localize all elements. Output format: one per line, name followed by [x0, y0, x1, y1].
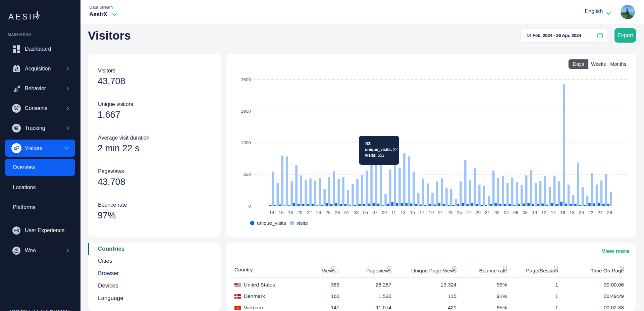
svg-text:26: 26: [325, 210, 330, 215]
svg-text:1950: 1950: [241, 109, 251, 114]
svg-text:13: 13: [400, 210, 406, 215]
svg-text:04: 04: [504, 210, 509, 215]
svg-text:20: 20: [579, 210, 584, 215]
svg-text:24: 24: [316, 210, 321, 215]
svg-text:18: 18: [288, 210, 293, 215]
svg-text:unique_visits: unique_visits: [257, 220, 286, 226]
svg-text:24: 24: [598, 210, 603, 215]
svg-text:1300: 1300: [241, 140, 251, 145]
svg-text:visits: 553: visits: 553: [365, 153, 384, 158]
svg-text:14: 14: [269, 210, 274, 215]
svg-text:22: 22: [588, 210, 593, 215]
svg-text:26: 26: [607, 210, 612, 215]
svg-text:15: 15: [410, 210, 415, 215]
svg-text:27: 27: [466, 210, 471, 215]
svg-text:16: 16: [560, 210, 565, 215]
svg-text:unique_visits: 22: unique_visits: 22: [365, 147, 398, 152]
svg-text:28: 28: [335, 210, 340, 215]
svg-text:11: 11: [391, 210, 396, 215]
svg-text:03: 03: [354, 210, 359, 215]
svg-text:650: 650: [243, 172, 251, 177]
svg-text:0: 0: [248, 204, 251, 209]
svg-text:16: 16: [278, 210, 283, 215]
svg-text:17: 17: [419, 210, 424, 215]
svg-text:03: 03: [365, 141, 371, 146]
svg-text:10: 10: [532, 210, 537, 215]
svg-text:23: 23: [447, 210, 452, 215]
svg-text:31: 31: [485, 210, 490, 215]
svg-text:22: 22: [307, 210, 312, 215]
svg-text:02: 02: [494, 210, 499, 215]
svg-text:21: 21: [438, 210, 443, 215]
svg-text:06: 06: [513, 210, 518, 215]
svg-text:05: 05: [363, 210, 368, 215]
svg-text:19: 19: [429, 210, 434, 215]
svg-text:29: 29: [476, 210, 481, 215]
svg-text:08: 08: [523, 210, 528, 215]
svg-text:2600: 2600: [241, 77, 251, 82]
svg-text:20: 20: [297, 210, 302, 215]
svg-text:18: 18: [570, 210, 575, 215]
svg-text:12: 12: [541, 210, 546, 215]
svg-text:visits: visits: [297, 220, 308, 226]
svg-text:09: 09: [382, 210, 387, 215]
svg-text:25: 25: [457, 210, 462, 215]
svg-text:14: 14: [551, 210, 556, 215]
svg-text:07: 07: [372, 210, 377, 215]
svg-text:01: 01: [344, 210, 349, 215]
